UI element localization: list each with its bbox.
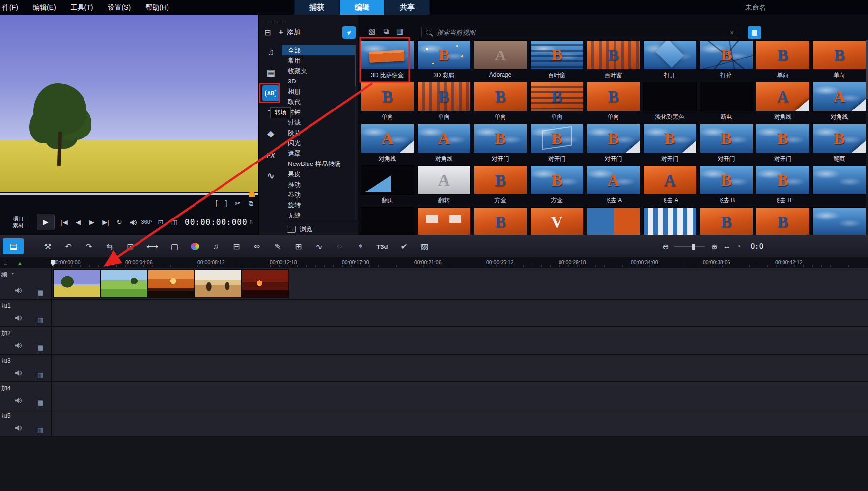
go-end-icon[interactable]: ▶| bbox=[99, 218, 112, 226]
transition-item[interactable]: 打开 bbox=[643, 40, 697, 82]
track-header[interactable]: 加1▦ bbox=[0, 300, 52, 326]
transition-item[interactable]: B翻页 bbox=[812, 124, 866, 165]
transition-item[interactable]: A对角线 bbox=[361, 124, 414, 165]
audio-icon[interactable]: ♫ bbox=[262, 44, 279, 60]
category-item[interactable]: 取代 bbox=[282, 97, 355, 107]
random-transition-icon[interactable]: ▧ bbox=[368, 27, 375, 36]
track-header[interactable]: 加4▦ bbox=[0, 382, 52, 409]
view-360-icon[interactable]: 360° bbox=[140, 219, 154, 225]
transition-item[interactable] bbox=[361, 207, 414, 235]
gallery-scrollbar[interactable] bbox=[866, 40, 868, 235]
split-screen-icon[interactable]: ◫ bbox=[168, 218, 181, 226]
browse-button[interactable]: → 浏览 bbox=[282, 223, 361, 235]
transition-item[interactable]: B对开门 bbox=[530, 124, 584, 165]
fit-project-icon[interactable]: ↔ bbox=[723, 242, 731, 251]
mute-icon[interactable] bbox=[15, 424, 22, 433]
volume-icon[interactable] bbox=[126, 218, 140, 225]
track-body[interactable] bbox=[52, 268, 868, 299]
track-grid-icon[interactable]: ▦ bbox=[37, 289, 43, 296]
transition-item[interactable]: B bbox=[474, 207, 527, 235]
menu-item[interactable]: 编辑(E) bbox=[26, 0, 63, 15]
sound-mixer-icon[interactable]: ∿ bbox=[314, 242, 323, 252]
track-body[interactable] bbox=[52, 409, 868, 436]
category-item[interactable]: 时钟 bbox=[282, 107, 355, 117]
clip-sunset-trees[interactable] bbox=[147, 269, 195, 298]
menu-item[interactable]: 工具(T) bbox=[63, 0, 101, 15]
category-item[interactable]: 胶片 bbox=[282, 128, 355, 138]
transition-item[interactable]: A对角线 bbox=[417, 124, 471, 165]
track-grid-icon[interactable]: ▦ bbox=[37, 399, 43, 406]
transition-item[interactable]: B对开门 bbox=[700, 124, 753, 165]
transition-item[interactable]: B单向 bbox=[587, 82, 640, 124]
mark-out-icon[interactable]: ] bbox=[225, 199, 227, 207]
track-header[interactable]: 频▾▦ bbox=[0, 268, 52, 299]
track-body[interactable] bbox=[52, 300, 868, 326]
transition-item[interactable]: B bbox=[756, 207, 810, 235]
menu-item[interactable]: 帮助(H) bbox=[138, 0, 176, 15]
color-grading-icon[interactable] bbox=[191, 243, 199, 250]
play-button[interactable]: ▶ bbox=[37, 214, 55, 230]
enlarge-icon[interactable]: ⊡ bbox=[154, 218, 168, 226]
category-item[interactable]: 推动 bbox=[282, 179, 355, 190]
transition-item[interactable]: B对开门 bbox=[756, 124, 810, 165]
transition-item[interactable] bbox=[812, 165, 866, 207]
transition-item[interactable]: B单向 bbox=[361, 82, 414, 124]
category-scrollbar[interactable] bbox=[355, 45, 356, 220]
zoom-out-icon[interactable]: ⊖ bbox=[662, 242, 669, 251]
category-item[interactable]: 常用 bbox=[282, 55, 355, 66]
transition-item[interactable]: B飞去 B bbox=[700, 165, 753, 207]
transition-item[interactable]: B单向 bbox=[417, 82, 471, 124]
transition-item[interactable]: A飞去 A bbox=[587, 165, 640, 207]
transition-item[interactable]: B百叶窗 bbox=[530, 40, 584, 82]
timeline-ruler[interactable]: ≡ ▲ 00:00:00:0000:00:04:0600:00:08:1200:… bbox=[0, 257, 868, 268]
redo-icon[interactable]: ↷ bbox=[84, 242, 93, 252]
transition-item[interactable] bbox=[643, 207, 697, 235]
menu-item[interactable]: 件(F) bbox=[0, 0, 26, 15]
category-item[interactable]: 闪光 bbox=[282, 138, 355, 148]
prev-frame-icon[interactable]: ◀ bbox=[71, 218, 85, 226]
track-manager-icon[interactable]: ⇆ bbox=[105, 242, 114, 252]
edit-tools-icon[interactable]: ⚒ bbox=[43, 242, 52, 252]
smart-apply-button[interactable]: ➤ bbox=[342, 26, 356, 39]
project-mode-label[interactable]: 项目 bbox=[13, 216, 24, 221]
transition-item[interactable]: 3D 比萨饼盒 bbox=[361, 40, 414, 82]
clip-green-hills[interactable] bbox=[100, 269, 147, 298]
mask-creator-icon[interactable]: ◌ bbox=[335, 242, 344, 251]
clip-desert-dunes[interactable] bbox=[195, 269, 242, 298]
zoom-in-icon[interactable]: ⊕ bbox=[711, 242, 717, 251]
track-grid-icon[interactable]: ▦ bbox=[37, 316, 43, 324]
category-item[interactable]: 果皮 bbox=[282, 169, 355, 179]
add-category-button[interactable]: + 添加 bbox=[279, 28, 300, 37]
painting-creator-icon[interactable]: ✎ bbox=[273, 242, 282, 252]
scrollbar-thumb[interactable] bbox=[355, 45, 356, 86]
crop-icon[interactable]: ▢ bbox=[170, 242, 179, 252]
category-item[interactable]: 旋转 bbox=[282, 200, 355, 210]
category-item[interactable]: 遮罩 bbox=[282, 148, 355, 159]
preview-viewport[interactable] bbox=[0, 15, 258, 192]
track-grid-icon[interactable]: ▦ bbox=[37, 371, 43, 379]
mute-icon[interactable] bbox=[15, 397, 22, 406]
transition-item[interactable]: B单向 bbox=[812, 40, 866, 82]
repeat-icon[interactable]: ↻ bbox=[112, 218, 126, 226]
category-item[interactable]: 3D bbox=[282, 76, 355, 86]
mode-tab[interactable]: 捕获 bbox=[295, 0, 339, 15]
ripple-edit-icon[interactable]: ⟷ bbox=[146, 242, 158, 252]
library-panel-toggle[interactable]: ▤ bbox=[748, 26, 761, 39]
library-options-icon[interactable]: ⊟ bbox=[264, 28, 271, 37]
trim-bar[interactable] bbox=[0, 193, 258, 195]
transition-item[interactable]: B bbox=[700, 207, 753, 235]
check-icon[interactable]: ✔ bbox=[400, 242, 409, 252]
transition-item[interactable]: V bbox=[530, 207, 584, 235]
transition-item[interactable]: A翻转 bbox=[417, 165, 471, 207]
clip-tree-field[interactable] bbox=[53, 269, 100, 298]
go-start-icon[interactable]: |◀ bbox=[57, 218, 71, 226]
mute-icon[interactable] bbox=[15, 342, 22, 351]
transition-item[interactable]: B单向 bbox=[474, 82, 527, 124]
mode-tab[interactable]: 共享 bbox=[385, 0, 429, 15]
mute-icon[interactable] bbox=[15, 314, 22, 323]
category-item[interactable]: 卷动 bbox=[282, 190, 355, 200]
multicam-editor-icon[interactable]: ⊞ bbox=[294, 242, 303, 252]
transition-item[interactable]: A对角线 bbox=[812, 82, 866, 124]
motion-tracking-icon[interactable]: ⌖ bbox=[356, 242, 364, 251]
panel-drag-handle[interactable]: ········· bbox=[262, 18, 287, 24]
